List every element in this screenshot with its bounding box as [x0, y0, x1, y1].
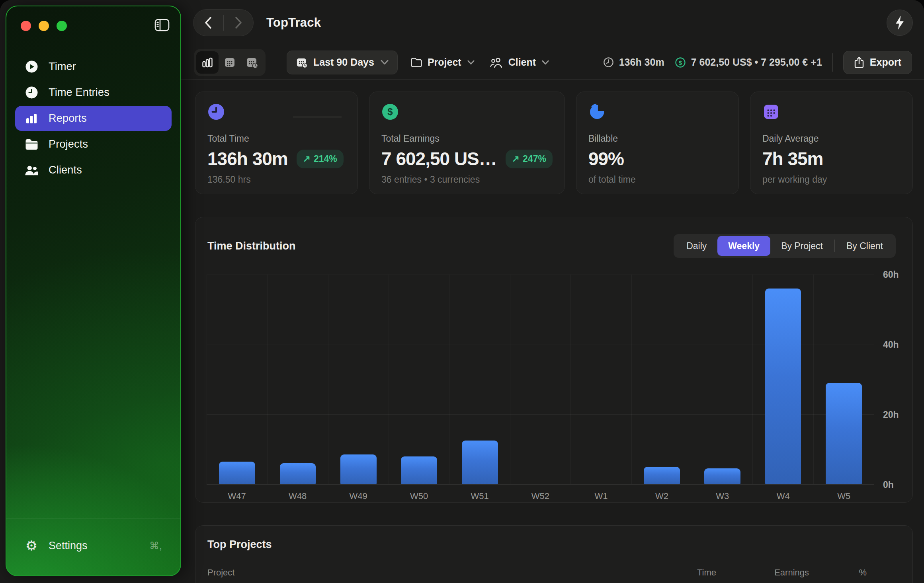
sidebar-item-label: Timer [49, 60, 76, 73]
client-filter-label: Client [508, 57, 536, 68]
tab-daily[interactable]: Daily [676, 236, 717, 256]
stat-card-total-time[interactable]: Total Time 136h 30m ↗214% 136.50 hrs [195, 92, 358, 194]
x-tick-W48: W48 [267, 491, 328, 501]
chart-column-W47 [207, 275, 267, 484]
folder-icon [410, 57, 422, 68]
dollar-circle-icon: $ [675, 57, 686, 68]
bar-W3[interactable] [704, 468, 740, 484]
content: Total Time 136h 30m ↗214% 136.50 hrs $ T… [181, 80, 924, 583]
column-header-project: Project [207, 567, 645, 578]
x-tick-W4: W4 [753, 491, 813, 501]
stat-subtext: of total time [588, 174, 727, 185]
users-icon [25, 164, 38, 177]
y-tick-label: 20h [883, 409, 899, 420]
chevron-down-icon [381, 60, 389, 65]
forward-button[interactable] [224, 10, 254, 36]
stat-card-total-earnings[interactable]: $ Total Earnings 7 602,50 US… ↗247% 36 e… [369, 92, 565, 194]
x-tick-W51: W51 [449, 491, 510, 501]
sidebar: Timer Time Entries [6, 6, 181, 576]
minimize-button[interactable] [39, 21, 49, 31]
sidebar-item-label: Projects [49, 138, 88, 150]
screen: TopTrack [0, 0, 924, 583]
stat-value: 136h 30m [207, 148, 288, 170]
sidebar-item-timer[interactable]: Timer [15, 54, 172, 79]
chart-body: W47W48W49W50W51W52W1W2W3W4W5 60h 40h 20h… [195, 275, 912, 501]
quick-actions-button[interactable] [887, 10, 913, 36]
trend-badge: ↗214% [297, 150, 344, 168]
pie-chart-icon [588, 103, 606, 121]
svg-text:$: $ [387, 106, 393, 117]
clock-icon [25, 86, 38, 99]
tab-by-client[interactable]: By Client [836, 236, 894, 256]
svg-text:$: $ [678, 59, 682, 66]
date-range-dropdown[interactable]: Last 90 Days [287, 51, 398, 74]
bar-W47[interactable] [219, 462, 255, 484]
bar-W48[interactable] [280, 463, 316, 484]
sidebar-item-reports[interactable]: Reports [15, 106, 172, 131]
chart-column-W48 [267, 275, 328, 484]
chart-title: Time Distribution [207, 240, 296, 252]
project-filter-dropdown[interactable]: Project [408, 57, 477, 68]
close-button[interactable] [21, 21, 31, 31]
y-tick-label: 60h [883, 269, 899, 280]
stat-subtext: 36 entries • 3 currencies [381, 174, 553, 185]
bar-W5[interactable] [826, 383, 862, 484]
bar-W4[interactable] [765, 289, 801, 484]
chart-column-W4 [752, 275, 813, 484]
stat-subtext: 136.50 hrs [207, 174, 346, 185]
clock-badge-icon [207, 103, 225, 121]
zoom-button[interactable] [57, 21, 67, 31]
sidebar-item-clients[interactable]: Clients [15, 158, 172, 183]
chevron-left-icon [204, 16, 213, 29]
project-filter-label: Project [428, 57, 461, 68]
calendar-badge-icon [762, 103, 780, 121]
bar-W2[interactable] [644, 467, 680, 484]
stat-card-billable[interactable]: Billable 99% of total time [576, 92, 739, 194]
sidebar-toggle-button[interactable] [153, 18, 171, 33]
trend-up-icon: ↗ [303, 154, 311, 164]
stat-card-daily-average[interactable]: Daily Average 7h 35m per working day [750, 92, 913, 194]
x-tick-W52: W52 [510, 491, 570, 501]
x-tick-W47: W47 [207, 491, 267, 501]
stat-subtext: per working day [762, 174, 901, 185]
bar-W50[interactable] [401, 456, 437, 484]
sidebar-item-time-entries[interactable]: Time Entries [15, 80, 172, 105]
toolbar: Last 90 Days Project Client [181, 45, 924, 80]
sidebar-icon [154, 19, 170, 31]
chart-view-button[interactable] [196, 51, 219, 74]
stat-value: 99% [588, 148, 624, 170]
x-tick-W50: W50 [389, 491, 449, 501]
calendar-clock-view-button[interactable] [241, 51, 263, 74]
chart-column-W49 [328, 275, 389, 484]
sidebar-item-label: Clients [49, 164, 82, 176]
column-header-earnings: Earnings [716, 567, 809, 578]
trend-up-icon: ↗ [512, 154, 520, 164]
export-label: Export [870, 57, 901, 68]
top-projects-header-row: Project Time Earnings % [207, 567, 867, 578]
export-button[interactable]: Export [843, 51, 912, 74]
lightning-icon [894, 15, 906, 30]
bar-W49[interactable] [340, 454, 377, 484]
client-filter-dropdown[interactable]: Client [487, 57, 551, 68]
tab-by-project[interactable]: By Project [770, 236, 834, 256]
sidebar-item-projects[interactable]: Projects [15, 132, 172, 157]
y-tick-label: 40h [883, 339, 899, 350]
y-tick-label: 0h [883, 480, 894, 490]
chart-column-W5 [813, 275, 874, 484]
top-projects-title: Top Projects [207, 538, 867, 551]
stat-value: 7h 35m [762, 148, 823, 170]
stat-label: Daily Average [762, 133, 901, 144]
bar-W51[interactable] [462, 441, 498, 484]
total-time-value: 136h 30m [619, 57, 664, 68]
bar-chart-icon [25, 112, 38, 125]
stat-label: Billable [588, 133, 727, 144]
bar-chart-icon [201, 57, 213, 68]
stat-label: Total Time [207, 133, 346, 144]
back-button[interactable] [193, 10, 223, 36]
calendar-view-button[interactable] [219, 51, 241, 74]
tab-weekly[interactable]: Weekly [717, 236, 770, 256]
history-nav [193, 9, 254, 36]
settings-shortcut: ⌘, [149, 540, 162, 552]
x-tick-W1: W1 [571, 491, 631, 501]
sidebar-item-settings[interactable]: ⚙ Settings ⌘, [15, 532, 172, 559]
